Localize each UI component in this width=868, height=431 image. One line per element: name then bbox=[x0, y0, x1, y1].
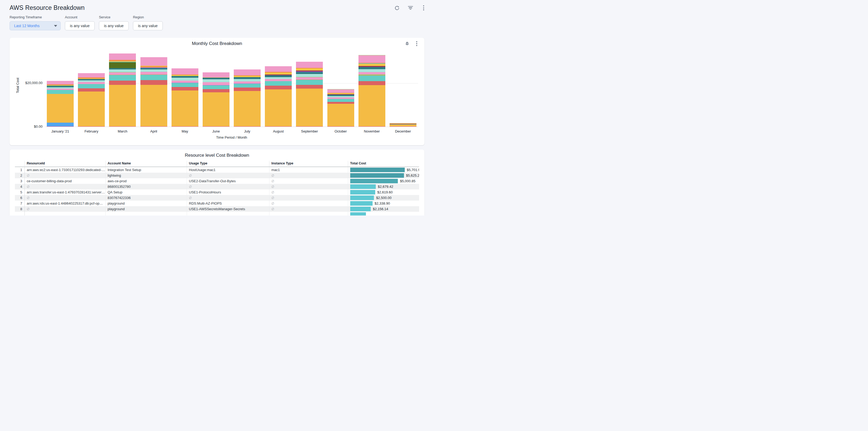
bar-segment-teal[interactable] bbox=[47, 90, 74, 94]
bar-segment-teal[interactable] bbox=[234, 84, 260, 88]
bar-segment-amber[interactable] bbox=[234, 91, 260, 126]
bar-segment-amber[interactable] bbox=[296, 89, 323, 126]
bar-segment-teal[interactable] bbox=[172, 83, 198, 87]
more-menu-icon[interactable] bbox=[421, 5, 427, 11]
stacked-bar-November[interactable] bbox=[359, 55, 385, 127]
bar-segment-darkteal[interactable] bbox=[265, 75, 292, 77]
filter-icon[interactable] bbox=[407, 5, 413, 11]
bar-segment-teal[interactable] bbox=[328, 99, 354, 102]
bar-segment-magenta[interactable] bbox=[141, 126, 167, 127]
bar-segment-blue[interactable] bbox=[47, 123, 74, 126]
table-row[interactable]: 5arn:aws:transfer:us-east-1:479370281431… bbox=[15, 189, 419, 195]
bar-segment-magenta[interactable] bbox=[109, 126, 136, 127]
bar-segment-amber[interactable] bbox=[141, 85, 167, 126]
bar-segment-red[interactable] bbox=[265, 86, 292, 89]
bar-segment-pink[interactable] bbox=[359, 72, 385, 74]
bar-segment-pink[interactable] bbox=[109, 54, 136, 60]
table-row[interactable]: 2∅lightwing∅∅$5,625.22 bbox=[15, 173, 419, 178]
bar-segment-magenta[interactable] bbox=[265, 126, 292, 127]
bar-segment-pink[interactable] bbox=[296, 62, 323, 68]
bar-segment-amber[interactable] bbox=[172, 90, 198, 126]
bar-segment-mint[interactable] bbox=[234, 79, 260, 82]
bar-segment-teal[interactable] bbox=[141, 75, 167, 80]
stacked-bar-January '21[interactable] bbox=[47, 81, 74, 127]
bar-segment-pink[interactable] bbox=[78, 73, 105, 77]
bar-segment-teal[interactable] bbox=[203, 85, 229, 89]
bar-segment-magenta[interactable] bbox=[78, 126, 105, 127]
bar-segment-pink[interactable] bbox=[141, 57, 167, 66]
bar-segment-pink[interactable] bbox=[296, 77, 323, 80]
col-usage-type[interactable]: Usage Type bbox=[187, 161, 269, 167]
bar-segment-pink[interactable] bbox=[203, 82, 229, 85]
bar-segment-teal[interactable] bbox=[78, 84, 105, 88]
stacked-bar-March[interactable] bbox=[109, 54, 136, 127]
bar-segment-pink[interactable] bbox=[265, 66, 292, 72]
bar-segment-red[interactable] bbox=[141, 80, 167, 85]
bar-segment-pink[interactable] bbox=[234, 69, 260, 75]
bar-segment-darkteal[interactable] bbox=[234, 77, 260, 79]
col-total-cost[interactable]: Total Cost bbox=[348, 161, 419, 167]
bar-segment-red[interactable] bbox=[359, 81, 385, 85]
stacked-bar-June[interactable] bbox=[203, 72, 229, 127]
bar-segment-mint[interactable] bbox=[203, 79, 229, 83]
stacked-bar-October[interactable] bbox=[328, 89, 354, 127]
bar-segment-red[interactable] bbox=[296, 85, 323, 89]
bar-segment-yellow[interactable] bbox=[265, 73, 292, 74]
stacked-bar-April[interactable] bbox=[141, 57, 167, 127]
bar-segment-magenta[interactable] bbox=[390, 126, 416, 127]
stacked-bar-February[interactable] bbox=[78, 73, 105, 127]
bar-segment-pink[interactable] bbox=[78, 82, 105, 84]
stacked-bar-August[interactable] bbox=[265, 66, 292, 127]
bar-segment-teal[interactable] bbox=[109, 75, 136, 81]
bar-segment-magenta[interactable] bbox=[296, 126, 323, 127]
refresh-icon[interactable] bbox=[394, 5, 400, 11]
bar-segment-pink[interactable] bbox=[328, 89, 354, 93]
bar-segment-darkteal[interactable] bbox=[359, 67, 385, 69]
bar-segment-yellow[interactable] bbox=[359, 64, 385, 66]
bar-segment-red[interactable] bbox=[109, 81, 136, 85]
bar-segment-darkteal[interactable] bbox=[296, 72, 323, 74]
stacked-bar-December[interactable] bbox=[390, 123, 416, 127]
table-row[interactable]: 6∅830767422336∅∅$2,500.00 bbox=[15, 195, 419, 201]
bar-segment-magenta[interactable] bbox=[234, 126, 260, 127]
bar-segment-pink[interactable] bbox=[359, 55, 385, 63]
col-resource-id[interactable]: ResourceId bbox=[25, 161, 105, 167]
bar-segment-red[interactable] bbox=[328, 102, 354, 104]
bar-segment-amber[interactable] bbox=[78, 92, 105, 126]
bar-segment-pink[interactable] bbox=[203, 72, 229, 78]
table-row-partial[interactable] bbox=[15, 212, 419, 216]
bar-segment-mint[interactable] bbox=[265, 77, 292, 79]
bar-segment-teal[interactable] bbox=[296, 80, 323, 85]
timeframe-dropdown[interactable]: Last 12 Months bbox=[9, 21, 61, 30]
bar-segment-teal[interactable] bbox=[265, 81, 292, 85]
stacked-bar-July[interactable] bbox=[234, 69, 260, 127]
bar-segment-magenta[interactable] bbox=[328, 126, 354, 127]
alert-bell-plus-icon[interactable] bbox=[405, 41, 409, 46]
bar-segment-pink[interactable] bbox=[265, 79, 292, 81]
bar-segment-mint[interactable] bbox=[172, 78, 198, 81]
bar-segment-pink[interactable] bbox=[172, 81, 198, 83]
service-filter-button[interactable]: is any value bbox=[99, 21, 129, 30]
bar-segment-amber[interactable] bbox=[359, 85, 385, 126]
bar-segment-red[interactable] bbox=[78, 88, 105, 92]
bar-segment-amber[interactable] bbox=[47, 94, 74, 123]
bar-segment-mint[interactable] bbox=[296, 74, 323, 77]
bar-segment-pink[interactable] bbox=[141, 72, 167, 74]
bar-segment-pink[interactable] bbox=[172, 68, 198, 74]
table-row[interactable]: 1arn:aws:ec2:us-east-1:733017110293:dedi… bbox=[15, 167, 419, 173]
bar-segment-mint[interactable] bbox=[141, 69, 167, 72]
bar-segment-red[interactable] bbox=[203, 89, 229, 92]
col-account-name[interactable]: Account Name bbox=[105, 161, 187, 167]
stacked-bar-September[interactable] bbox=[296, 62, 323, 127]
table-row[interactable]: 3ce-customer-billing-data-prodaws-ce-pro… bbox=[15, 178, 419, 184]
bar-segment-pink[interactable] bbox=[234, 82, 260, 84]
stacked-bar-May[interactable] bbox=[172, 68, 198, 127]
bar-segment-pink[interactable] bbox=[109, 72, 136, 75]
bar-segment-teal[interactable] bbox=[359, 75, 385, 81]
table-row[interactable]: 7arn:aws:rds:us-east-1:448640225317:db:p… bbox=[15, 201, 419, 206]
bar-segment-amber[interactable] bbox=[203, 92, 229, 126]
bar-segment-mint[interactable] bbox=[109, 69, 136, 72]
table-row[interactable]: 4∅868001352780∅∅$2,679.42 bbox=[15, 184, 419, 189]
bar-segment-olive[interactable] bbox=[109, 62, 136, 68]
bar-segment-mint[interactable] bbox=[359, 69, 385, 72]
